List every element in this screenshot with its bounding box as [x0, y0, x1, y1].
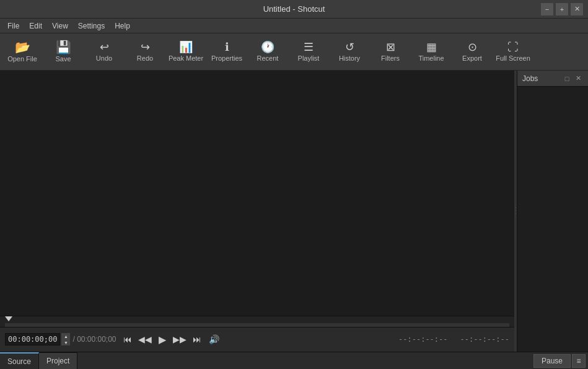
timecode-separator: / 00:00:00;00 — [71, 335, 117, 344]
jobs-content — [517, 87, 588, 352]
source-tab[interactable]: Source — [0, 352, 39, 370]
current-timecode[interactable]: 00:00:00;00 — [5, 333, 60, 345]
timecode-up[interactable]: ▲ — [61, 333, 70, 339]
save-button[interactable]: 💾 Save — [43, 35, 83, 69]
menu-bar: File Edit View Settings Help — [0, 19, 588, 33]
scrubber-indicator — [5, 316, 12, 321]
open-file-button[interactable]: 📂 Open File — [2, 35, 42, 69]
menu-help[interactable]: Help — [110, 19, 135, 33]
volume-button[interactable]: 🔊 — [207, 332, 222, 347]
history-label: History — [339, 54, 360, 62]
transport-bar: 00:00:00;00 ▲ ▼ / 00:00:00;00 ⏮ ◀◀ ▶ ▶▶ … — [0, 316, 514, 352]
recent-button[interactable]: 🕐 Recent — [248, 35, 287, 69]
jobs-header-icons: □ ✕ — [562, 74, 583, 84]
scrubber-bar — [5, 323, 509, 327]
jobs-header: Jobs □ ✕ — [517, 71, 588, 87]
next-frame-button[interactable]: ▶▶ — [172, 332, 187, 347]
pause-btn-area: Pause ≡ — [533, 354, 588, 368]
main-area: 00:00:00;00 ▲ ▼ / 00:00:00;00 ⏮ ◀◀ ▶ ▶▶ … — [0, 71, 588, 352]
transport-controls: 00:00:00;00 ▲ ▼ / 00:00:00;00 ⏮ ◀◀ ▶ ▶▶ … — [0, 328, 514, 352]
open-file-icon: 📂 — [15, 41, 30, 53]
undo-button[interactable]: ↩ Undo — [84, 35, 124, 69]
window-controls: − + ✕ — [541, 3, 583, 15]
redo-button[interactable]: ↪ Redo — [125, 35, 165, 69]
timecode-down[interactable]: ▼ — [61, 339, 70, 345]
peak-meter-icon: 📊 — [179, 41, 193, 53]
open-file-label: Open File — [7, 55, 37, 63]
timeline-button[interactable]: ▦ Timeline — [411, 35, 451, 69]
pause-button[interactable]: Pause — [533, 354, 571, 368]
marker-out-time: --:--:--:-- — [460, 335, 509, 344]
undo-label: Undo — [96, 54, 112, 62]
playlist-label: Playlist — [298, 54, 320, 62]
title-bar: Untitled - Shotcut − + ✕ — [0, 0, 588, 19]
menu-file[interactable]: File — [2, 19, 24, 33]
recent-label: Recent — [257, 54, 279, 62]
menu-edit[interactable]: Edit — [24, 19, 47, 33]
video-canvas — [0, 71, 514, 316]
filters-label: Filters — [381, 54, 400, 62]
jobs-title: Jobs — [522, 74, 538, 83]
save-icon: 💾 — [56, 41, 71, 53]
status-menu-button[interactable]: ≡ — [572, 354, 586, 368]
prev-frame-button[interactable]: ◀◀ — [138, 332, 152, 347]
skip-start-button[interactable]: ⏮ — [120, 332, 135, 347]
menu-settings[interactable]: Settings — [73, 19, 110, 33]
filters-icon: ⊠ — [386, 41, 395, 53]
filters-button[interactable]: ⊠ Filters — [371, 35, 410, 69]
peak-meter-label: Peak Meter — [169, 54, 203, 62]
jobs-close-button[interactable]: ✕ — [573, 74, 583, 84]
jobs-float-button[interactable]: □ — [562, 74, 572, 84]
properties-label: Properties — [211, 54, 242, 62]
recent-icon: 🕐 — [261, 41, 274, 53]
minimize-button[interactable]: − — [541, 3, 553, 15]
play-button[interactable]: ▶ — [155, 332, 170, 347]
peak-meter-button[interactable]: 📊 Peak Meter — [166, 35, 206, 69]
history-icon: ↺ — [345, 41, 354, 53]
toolbar: 📂 Open File 💾 Save ↩ Undo ↪ Redo 📊 Peak … — [0, 33, 588, 71]
project-tab[interactable]: Project — [39, 352, 77, 370]
properties-button[interactable]: ℹ Properties — [207, 35, 247, 69]
full-screen-icon: ⛶ — [507, 41, 519, 53]
playlist-button[interactable]: ☰ Playlist — [289, 35, 328, 69]
preview-area: 00:00:00;00 ▲ ▼ / 00:00:00;00 ⏮ ◀◀ ▶ ▶▶ … — [0, 71, 514, 352]
redo-label: Redo — [137, 54, 153, 62]
jobs-panel: Jobs □ ✕ — [517, 71, 588, 352]
source-tab-label: Source — [7, 357, 31, 366]
playlist-icon: ☰ — [304, 41, 314, 53]
timecode-stepper: ▲ ▼ — [61, 333, 70, 345]
redo-icon: ↪ — [141, 41, 150, 53]
timeline-icon: ▦ — [426, 41, 437, 53]
save-label: Save — [55, 55, 71, 63]
menu-view[interactable]: View — [47, 19, 73, 33]
history-button[interactable]: ↺ History — [330, 35, 369, 69]
full-screen-label: Full Screen — [496, 54, 530, 62]
full-screen-button[interactable]: ⛶ Full Screen — [493, 35, 533, 69]
properties-icon: ℹ — [225, 41, 229, 53]
marker-in-time: --:--:--:-- — [398, 335, 447, 344]
undo-icon: ↩ — [100, 41, 109, 53]
timeline-label: Timeline — [418, 54, 444, 62]
timeline-scrubber[interactable] — [0, 316, 514, 328]
export-icon: ⊙ — [468, 41, 477, 53]
app-title: Untitled - Shotcut — [263, 4, 325, 14]
skip-end-button[interactable]: ⏭ — [190, 332, 204, 347]
export-label: Export — [462, 54, 482, 62]
restore-button[interactable]: + — [556, 3, 568, 15]
project-tab-label: Project — [46, 357, 69, 365]
export-button[interactable]: ⊙ Export — [452, 35, 492, 69]
status-bar: Source Project Pause ≡ — [0, 352, 588, 369]
close-button[interactable]: ✕ — [571, 3, 583, 15]
